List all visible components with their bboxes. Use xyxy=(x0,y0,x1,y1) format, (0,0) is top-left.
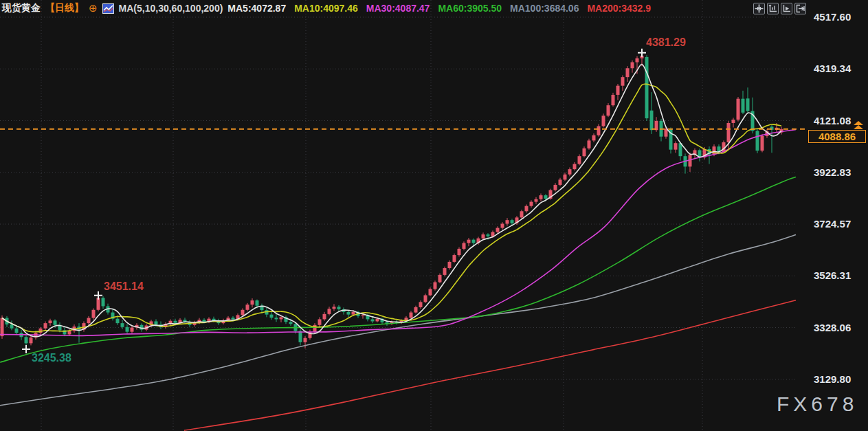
candle-body xyxy=(376,319,379,322)
candle-body xyxy=(506,220,509,223)
candle-body xyxy=(621,77,625,86)
extreme-cross-marker xyxy=(94,291,102,300)
price-scale-icon[interactable] xyxy=(767,3,779,14)
ma-legend-item-0: MA5:4072.87 xyxy=(227,3,286,14)
playback-icon[interactable] xyxy=(781,3,792,14)
candle-body xyxy=(102,298,105,306)
candle-body xyxy=(511,220,514,223)
candle-body xyxy=(174,321,177,323)
kline-chart-window: 4381.293451.143245.38 现货黄金 【日线】 ⊕ MA(5,1… xyxy=(0,0,868,431)
pop-out-icon[interactable] xyxy=(794,3,806,14)
candle-body xyxy=(501,223,504,228)
y-axis-label: 3922.83 xyxy=(814,166,851,178)
candle-body xyxy=(482,234,485,239)
candle-body xyxy=(414,307,418,313)
chart-toolbar xyxy=(753,3,806,14)
candle-body xyxy=(424,296,427,302)
high-price-label: 4381.29 xyxy=(646,36,686,48)
candle-body xyxy=(732,120,735,123)
candle-body xyxy=(539,195,543,199)
ma-settings-label[interactable]: MA(5,10,30,60,100,200) xyxy=(119,3,223,14)
candle-body xyxy=(607,105,610,115)
candle-body xyxy=(155,321,158,324)
candle-body xyxy=(616,86,620,95)
indicator-icon[interactable] xyxy=(102,3,114,14)
candle-body xyxy=(525,206,528,212)
candle-body xyxy=(742,99,745,113)
candle-body xyxy=(520,211,524,217)
candle-body xyxy=(564,175,567,180)
candle-body xyxy=(140,325,144,330)
ma-legend-item-5: MA200:3432.9 xyxy=(587,3,651,14)
ma-legend-item-2: MA30:4087.47 xyxy=(366,3,430,14)
circle-plus-icon[interactable]: ⊕ xyxy=(89,2,98,14)
ma-line-ma5 xyxy=(2,65,781,337)
candle-body xyxy=(10,324,14,329)
candle-body xyxy=(645,57,649,118)
crosshair-icon[interactable] xyxy=(753,3,765,14)
candle-body xyxy=(246,305,249,310)
candle-body xyxy=(544,195,548,199)
candle-body xyxy=(761,136,764,151)
candle-body xyxy=(472,240,476,243)
y-axis-label: 4517.60 xyxy=(814,11,851,23)
candle-body xyxy=(583,148,586,156)
candle-body xyxy=(328,309,331,314)
candle-body xyxy=(251,300,254,305)
candle-body xyxy=(92,310,96,318)
chart-header: 现货黄金 【日线】 ⊕ MA(5,10,30,60,100,200) MA5:4… xyxy=(2,2,651,14)
candle-body xyxy=(68,331,71,335)
candle-body xyxy=(121,323,124,327)
latest-price-arrow-icon[interactable] xyxy=(852,120,865,129)
candle-body xyxy=(443,268,447,275)
candle-body xyxy=(30,338,33,343)
candle-body xyxy=(241,310,245,316)
y-axis-label: 3129.80 xyxy=(814,373,851,385)
candlestick-chart[interactable]: 4381.293451.143245.38 xyxy=(0,0,868,431)
ma-legend-item-3: MA60:3905.50 xyxy=(438,3,502,14)
watermark: FX678 xyxy=(777,393,858,416)
candle-body xyxy=(116,319,120,323)
candle-body xyxy=(573,164,577,170)
extreme-cross-marker xyxy=(638,49,646,57)
candle-body xyxy=(318,319,322,324)
symbol-title: 现货黄金 xyxy=(2,2,41,14)
candle-body xyxy=(429,289,432,295)
current-price-value: 4088.86 xyxy=(819,131,856,142)
candle-body xyxy=(535,199,538,202)
candle-body xyxy=(554,185,557,190)
candle-body xyxy=(650,111,654,130)
candle-body xyxy=(256,300,259,306)
candle-body xyxy=(453,255,456,262)
ma-legend-item-1: MA10:4097.46 xyxy=(294,3,358,14)
candle-body xyxy=(496,228,500,232)
candle-body xyxy=(597,126,601,135)
candle-body xyxy=(530,202,533,206)
candle-body xyxy=(602,115,605,126)
ma-legend: MA5:4072.87MA10:4097.46MA30:4087.47MA60:… xyxy=(227,3,651,14)
candle-body xyxy=(568,169,572,175)
candle-body xyxy=(304,338,307,342)
ma-line-ma30 xyxy=(0,129,796,335)
candle-body xyxy=(87,318,91,324)
candle-body xyxy=(54,320,57,324)
candle-body xyxy=(592,135,596,141)
candle-body xyxy=(674,143,678,149)
candle-body xyxy=(333,307,336,309)
candle-body xyxy=(131,328,134,332)
candle-body xyxy=(1,318,4,337)
y-axis-label: 4319.34 xyxy=(814,63,851,74)
candle-body xyxy=(636,58,639,63)
y-axis-label: 3724.57 xyxy=(814,218,851,230)
candle-body xyxy=(626,68,630,77)
period-label[interactable]: 【日线】 xyxy=(45,2,84,14)
candle-body xyxy=(361,316,365,316)
y-axis-label: 3526.31 xyxy=(814,269,851,281)
candle-body xyxy=(25,337,28,343)
candle-body xyxy=(631,63,634,69)
candle-body xyxy=(39,329,43,333)
candle-body xyxy=(434,283,437,289)
candle-body xyxy=(612,95,615,105)
candle-body xyxy=(578,156,581,164)
candle-body xyxy=(448,262,452,268)
